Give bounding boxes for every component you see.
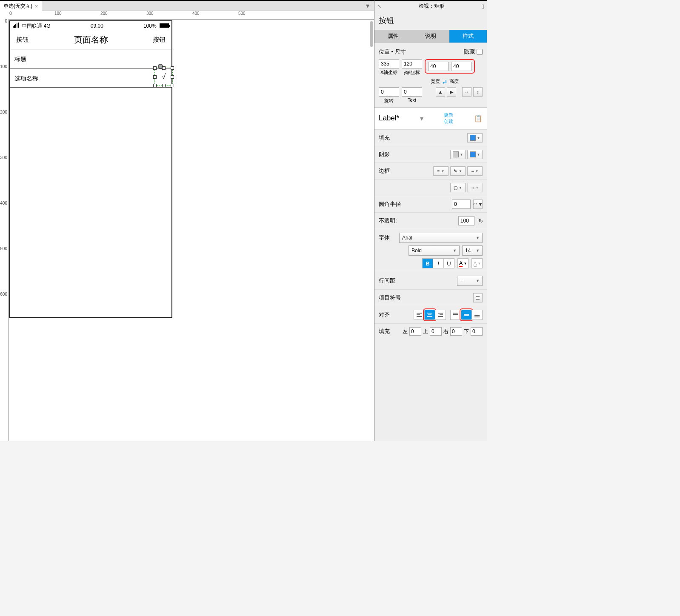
line-height-select[interactable]: --▼: [457, 276, 483, 286]
border-style-picker[interactable]: ┅▼: [467, 166, 483, 176]
corner-radius-picker[interactable]: ◠▼: [473, 200, 483, 209]
bullet-toggle-button[interactable]: ☰: [473, 293, 483, 302]
fill-label: 填充: [379, 134, 390, 142]
italic-button[interactable]: I: [433, 258, 444, 268]
resize-handle[interactable]: [171, 75, 174, 79]
inspector-tabs: 属性 说明 样式: [374, 30, 487, 43]
x-input[interactable]: [379, 59, 399, 68]
align-left-button[interactable]: [414, 310, 425, 320]
bullet-row: 项目符号 ☰: [374, 289, 487, 306]
border-label: 边框: [379, 167, 390, 175]
link-dimensions-icon[interactable]: ⇄: [443, 79, 447, 85]
more-typography-button[interactable]: A̲▼: [471, 258, 483, 268]
height-input[interactable]: [451, 62, 471, 71]
vertical-ruler: 0 100 200 300 400 500 600: [0, 20, 9, 441]
battery-icon: [160, 23, 169, 28]
padding-label: 填充: [379, 328, 390, 335]
pad-left-input[interactable]: [409, 327, 421, 336]
font-size-select[interactable]: 14▼: [462, 245, 483, 256]
opacity-input[interactable]: [458, 216, 474, 225]
border-color-picker[interactable]: ✎▼: [450, 166, 466, 176]
create-style-link[interactable]: 创建: [444, 118, 453, 125]
valign-middle-button[interactable]: [461, 310, 472, 320]
resize-handle[interactable]: [162, 66, 166, 70]
pad-top-input[interactable]: [430, 327, 442, 336]
page-icon[interactable]: ▯: [481, 3, 484, 9]
resize-handle[interactable]: [153, 75, 157, 79]
padding-row: 填充 左 上 右 下: [374, 323, 487, 339]
update-style-link[interactable]: 更新: [444, 112, 453, 118]
status-bar: 中国联通 4G 09:00 100%: [10, 21, 171, 31]
valign-top-button[interactable]: [450, 310, 461, 320]
close-icon[interactable]: ×: [35, 3, 38, 9]
style-label-name: Label*: [379, 114, 399, 123]
align-row: 对齐: [374, 306, 487, 323]
copy-style-icon[interactable]: 📋: [474, 114, 483, 123]
border-visibility-picker[interactable]: ▢▼: [450, 183, 466, 192]
opacity-row: 不透明: %: [374, 212, 487, 229]
hide-checkbox[interactable]: 隐藏: [464, 48, 483, 56]
position-section-label: 位置 • 尺寸: [379, 48, 406, 56]
tab-style[interactable]: 样式: [449, 30, 487, 43]
option-row: 选项名称: [10, 69, 171, 88]
bold-button[interactable]: B: [422, 258, 433, 268]
align-center-button[interactable]: [424, 310, 435, 320]
carrier-label: 中国联通 4G: [13, 23, 51, 30]
collapse-icon[interactable]: ↖: [377, 3, 382, 9]
outer-shadow-picker[interactable]: ▼: [450, 150, 466, 159]
align-label: 对齐: [379, 311, 390, 319]
design-canvas[interactable]: 中国联通 4G 09:00 100% 按钮 页面名称 按钮 标题: [9, 20, 374, 441]
resize-handle[interactable]: [162, 84, 166, 87]
nav-right-button[interactable]: 按钮: [153, 36, 166, 44]
style-label-section: Label* ▾ 更新 创建 📋: [374, 107, 487, 129]
dropdown-icon[interactable]: ▾: [420, 114, 423, 123]
page-tab[interactable]: 单选(无交互) ×: [0, 1, 42, 11]
fit-width-button[interactable]: ↔: [462, 87, 471, 97]
border-width-picker[interactable]: ≡▼: [433, 166, 449, 176]
text-rotation-input[interactable]: [402, 87, 422, 97]
font-color-button[interactable]: A▼: [457, 258, 469, 268]
inspector-panel: ↖ 检视：矩形 ▯ 按钮 属性 说明 样式 位置 • 尺寸 隐藏 X轴坐标 y轴…: [374, 0, 487, 441]
rotation-input[interactable]: [379, 87, 399, 97]
flip-vertical-button[interactable]: ▶: [447, 87, 456, 97]
option-label: 选项名称: [14, 69, 38, 88]
flip-horizontal-button[interactable]: ▲: [436, 87, 445, 97]
nav-left-button[interactable]: 按钮: [16, 36, 29, 44]
opacity-label: 不透明:: [379, 217, 397, 225]
selection-box[interactable]: √: [154, 68, 173, 86]
shadow-row: 阴影 ▼ ▼: [374, 146, 487, 163]
valign-bottom-button[interactable]: [471, 310, 483, 320]
signal-icon: [13, 23, 19, 28]
resize-handle[interactable]: [153, 84, 157, 87]
tab-notes[interactable]: 说明: [412, 30, 449, 43]
width-input[interactable]: [428, 62, 449, 71]
page-tab-title: 单选(无交互): [3, 3, 32, 10]
inner-shadow-picker[interactable]: ▼: [467, 150, 483, 159]
y-input[interactable]: [402, 59, 422, 68]
clock-label: 09:00: [91, 23, 103, 29]
corner-radius-input[interactable]: [452, 200, 471, 209]
scrollbar-vertical[interactable]: [370, 21, 373, 47]
resize-handle[interactable]: [153, 66, 157, 70]
underline-button[interactable]: U: [443, 258, 454, 268]
shadow-label: 阴影: [379, 151, 390, 158]
resize-handle[interactable]: [171, 66, 174, 70]
font-section: 字体 Arial▼ Bold▼ 14▼ B I U A▼ A̲▼: [374, 229, 487, 272]
nav-title: 页面名称: [74, 34, 108, 46]
tab-dropdown-icon[interactable]: ▾: [364, 2, 371, 10]
tab-properties[interactable]: 属性: [374, 30, 412, 43]
font-weight-select[interactable]: Bold▼: [409, 245, 460, 256]
inspector-title: 检视：矩形: [419, 3, 444, 10]
pad-bottom-input[interactable]: [471, 327, 483, 336]
horizontal-ruler: 0 100 200 300 400 500: [9, 11, 374, 20]
align-right-button[interactable]: [435, 310, 446, 320]
fill-color-picker[interactable]: ▼: [467, 133, 483, 143]
fit-height-button[interactable]: ↕: [473, 87, 483, 97]
phone-mockup: 中国联通 4G 09:00 100% 按钮 页面名称 按钮 标题: [9, 20, 172, 318]
position-section: 位置 • 尺寸 隐藏 X轴坐标 y轴坐标: [374, 43, 487, 107]
pad-right-input[interactable]: [450, 327, 462, 336]
line-height-row: 行间距 --▼: [374, 272, 487, 289]
font-family-select[interactable]: Arial▼: [399, 233, 483, 243]
resize-handle[interactable]: [171, 84, 174, 87]
battery-label: 100%: [143, 23, 169, 29]
